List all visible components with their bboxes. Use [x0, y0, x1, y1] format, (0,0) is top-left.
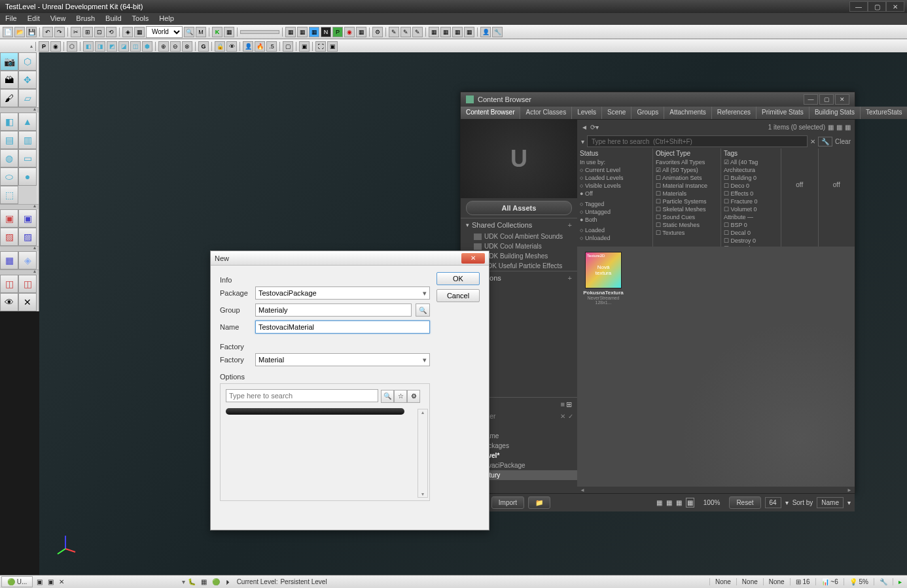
taskbar-icon[interactable]: ▣ [34, 578, 45, 585]
csg-cube-icon[interactable]: ◧ [0, 112, 18, 131]
sort-value[interactable]: Name [817, 497, 844, 508]
deintersect-icon[interactable]: ▨ [18, 228, 37, 246]
csg-sphere-icon[interactable]: ● [18, 167, 37, 186]
thumbnail-size[interactable]: 64 [765, 497, 781, 508]
tab-primitive-stats[interactable]: Primitive Stats [756, 107, 809, 119]
filter-row[interactable]: ☐ Deco 0 [724, 182, 778, 190]
tool-icon[interactable]: ◉ [50, 41, 61, 52]
tool-icon[interactable]: ▦ [356, 27, 366, 37]
tool-icon[interactable]: ✎ [412, 27, 423, 37]
shape-icon[interactable]: ◩ [107, 41, 117, 52]
brush-icon[interactable]: 🖌 [0, 89, 18, 107]
filter-row[interactable]: ☐ Textures [656, 229, 718, 237]
filter-row[interactable]: ● Both [580, 216, 650, 224]
shape-icon[interactable]: ◫ [130, 41, 141, 52]
filter-row[interactable]: ☐ Material Instance [656, 182, 718, 190]
tool-icon[interactable]: M [196, 27, 206, 37]
package-dropdown[interactable]: TestovaciPackage [255, 286, 430, 300]
view-icon[interactable]: ⊞ [566, 400, 572, 409]
all-assets-button[interactable]: All Assets [466, 201, 572, 215]
clear-icon[interactable]: ✕ [560, 413, 565, 420]
cancel-button[interactable]: Cancel [436, 289, 480, 302]
name-input[interactable] [255, 320, 430, 334]
cb-close-button[interactable]: ✕ [835, 94, 849, 105]
path-icon[interactable]: P [39, 41, 49, 52]
show-icon[interactable]: ✕ [18, 293, 37, 311]
csg-spiral-icon[interactable]: ◍ [0, 149, 18, 167]
wrench-icon[interactable]: 🔧 [818, 137, 832, 147]
view-icon[interactable]: ≡ [561, 400, 565, 409]
status-icon[interactable]: 🟢 [209, 578, 222, 585]
tool-icon[interactable]: ▦ [429, 27, 439, 37]
options-search-input[interactable] [226, 389, 378, 402]
tool-icon[interactable]: ⟲ [106, 27, 116, 37]
config-icon[interactable]: ⚙ [407, 390, 420, 403]
filter-row[interactable]: ○ Untagged [580, 208, 650, 216]
filter-row[interactable]: ○ Unloaded [580, 234, 650, 242]
coord-space-dropdown[interactable]: World [146, 26, 183, 38]
asset-thumbnail[interactable]: Texture2D Nová textura [585, 252, 622, 288]
menu-view[interactable]: View [45, 13, 71, 25]
cube-icon[interactable]: ⬡ [18, 52, 37, 71]
g-icon[interactable]: G [198, 41, 209, 52]
tool-icon[interactable]: ⊗ [182, 41, 192, 52]
tool-icon[interactable]: ◉ [344, 27, 355, 37]
actor-icon[interactable]: 👤 [243, 41, 253, 52]
maximize-button[interactable]: ▢ [868, 1, 886, 12]
dropdown-icon[interactable]: ▾ [847, 499, 851, 506]
tab-texture-stats[interactable]: TextureStats [861, 107, 907, 119]
filter-row[interactable]: Favorites All Types [656, 158, 718, 166]
tool-icon[interactable]: ▦ [134, 27, 145, 37]
csg-cyl-icon[interactable]: ⬭ [0, 167, 18, 186]
scroll-right-icon[interactable]: ► [847, 487, 852, 493]
tool-icon[interactable]: ⊕ [158, 41, 169, 52]
clear-button[interactable]: Clear [835, 138, 851, 145]
clear-icon[interactable]: ✕ [810, 138, 815, 145]
search-icon[interactable]: 🔍 [381, 390, 394, 403]
save-icon[interactable]: 💾 [26, 27, 37, 37]
menu-file[interactable]: File [0, 13, 22, 25]
tab-levels[interactable]: Levels [572, 107, 602, 119]
half-icon[interactable]: .5 [266, 41, 277, 52]
shape-icon[interactable]: ◨ [95, 41, 105, 52]
filter-row[interactable]: ☐ Skeletal Meshes [656, 205, 718, 213]
tool-icon[interactable]: ▦ [452, 27, 463, 37]
volume-icon[interactable]: ⬚ [0, 186, 18, 204]
filter-row[interactable]: ☐ Animation Sets [656, 174, 718, 182]
menu-brush[interactable]: Brush [71, 13, 100, 25]
dropdown-icon[interactable]: ▾ [785, 499, 789, 506]
taskbar-close-icon[interactable]: ✕ [56, 578, 67, 585]
asset-grid[interactable]: Texture2D Nová textura PokusnaTextura Ne… [577, 247, 855, 487]
view-mode-icon[interactable]: ▦ [686, 498, 694, 508]
filter-row[interactable]: ☐ Sound Cues [656, 213, 718, 221]
select2-icon[interactable]: ◫ [18, 275, 37, 293]
tool-icon[interactable]: 👤 [480, 27, 491, 37]
filter-row[interactable]: ○ Loaded Levels [580, 174, 650, 182]
filter-row[interactable]: ● Off [580, 190, 650, 198]
view-icon[interactable]: ▦ [836, 124, 842, 131]
minimize-button[interactable]: — [849, 1, 868, 12]
factory-dropdown[interactable]: Material [255, 353, 430, 366]
open-icon[interactable]: 📂 [14, 27, 25, 37]
square-icon[interactable]: ▢ [283, 41, 293, 52]
tool-icon[interactable]: ⊖ [170, 41, 181, 52]
filter-row[interactable]: ☐ Decal 0 [724, 229, 778, 237]
scroll-left-icon[interactable]: ◄ [580, 487, 585, 493]
status-icon[interactable]: ▸ [893, 578, 907, 585]
tool-icon[interactable]: ⊡ [94, 27, 105, 37]
tab-scene[interactable]: Scene [602, 107, 631, 119]
filter-row[interactable]: ☐ Materials [656, 190, 718, 198]
shared-item[interactable]: UDK Cool Ambient Sounds [461, 232, 577, 241]
view-mode-icon[interactable]: ▦ [666, 499, 672, 506]
group-input[interactable] [255, 303, 412, 317]
filter-row[interactable]: ○ Current Level [580, 166, 650, 174]
cb-search-input[interactable] [587, 135, 808, 147]
status-icon[interactable]: ⏵ [222, 578, 234, 585]
taskbar-icon[interactable]: ▣ [45, 578, 56, 585]
status-icon[interactable]: 🔧 [874, 578, 893, 585]
dlg-titlebar[interactable]: New ✕ [211, 251, 489, 266]
max-icon[interactable]: ⛶ [315, 41, 326, 52]
filter-row[interactable]: ☐ Volumet 0 [724, 205, 778, 213]
status-icon[interactable]: 🐛 [185, 578, 198, 585]
kismet-icon[interactable]: K [212, 27, 222, 37]
